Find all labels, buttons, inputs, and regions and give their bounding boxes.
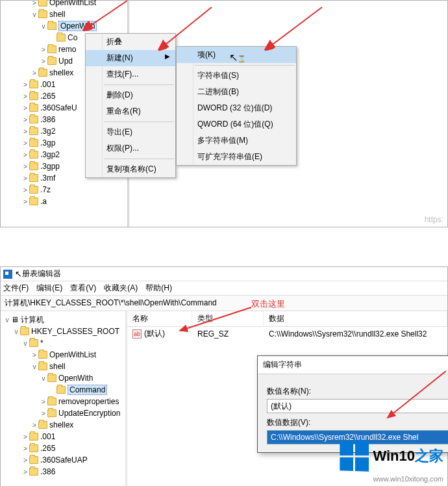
expand-icon[interactable]: > <box>40 410 47 417</box>
menu[interactable]: 查看(V) <box>70 283 96 292</box>
col-name[interactable]: 名称 <box>127 311 192 326</box>
folder-icon <box>56 386 66 394</box>
tree-label: remo <box>58 45 76 54</box>
tree-item[interactable]: vshell <box>3 8 127 20</box>
menu-item[interactable]: 导出(E) <box>86 124 175 140</box>
expand-icon[interactable]: > <box>21 468 29 476</box>
menu[interactable]: 收藏夹(A) <box>104 283 138 292</box>
tree-item[interactable]: >.001 <box>3 431 125 442</box>
dialog-title: 编辑字符串 <box>263 359 302 370</box>
expand-icon[interactable]: v <box>12 328 20 335</box>
tree-item[interactable]: >.265 <box>3 442 125 454</box>
menu-item[interactable]: 新建(N)▶ <box>86 50 175 66</box>
expand-icon[interactable]: v <box>40 23 47 30</box>
expand-icon[interactable]: > <box>21 433 29 441</box>
expand-icon[interactable]: > <box>21 93 29 100</box>
expand-icon[interactable]: > <box>21 198 29 205</box>
menu-item[interactable]: 复制项名称(C) <box>86 161 175 177</box>
tree-item[interactable]: v* <box>3 337 125 349</box>
value-name-input[interactable] <box>267 399 448 413</box>
submenu-arrow-icon: ▶ <box>165 53 170 60</box>
tree-item[interactable]: >.360SafeUAP <box>3 454 125 466</box>
tree-item[interactable]: vHKEY_CLASSES_ROOT <box>3 326 125 337</box>
expand-icon[interactable]: > <box>21 175 29 182</box>
menu[interactable]: 文件(F) <box>3 283 29 292</box>
tree-item[interactable]: v🖥计算机 <box>3 314 125 326</box>
menu-item[interactable]: DWORD (32 位)值(D) <box>177 100 296 116</box>
folder-icon <box>29 81 38 88</box>
expand-icon[interactable]: v <box>3 316 11 324</box>
expand-icon[interactable]: > <box>21 186 29 194</box>
value-name-label: 数值名称(N): <box>267 386 448 397</box>
expand-icon[interactable]: > <box>31 352 38 359</box>
tree-item[interactable]: vOpenWith <box>3 20 127 32</box>
tree-item[interactable]: >.a <box>3 196 127 207</box>
expand-icon[interactable]: > <box>21 445 29 452</box>
tree-item[interactable]: vshell <box>3 361 125 372</box>
https-text: https: <box>425 215 443 224</box>
expand-icon[interactable]: v <box>31 363 38 370</box>
value-row[interactable]: ab(默认) REG_SZ C:\\Windows\\Sysrem32\\run… <box>127 327 447 340</box>
dialog-titlebar[interactable]: 编辑字符串 ✕ <box>258 356 448 374</box>
tree-item[interactable]: >OpenWithList <box>3 349 125 361</box>
expand-icon[interactable]: > <box>40 398 47 405</box>
expand-icon[interactable]: > <box>21 116 29 123</box>
context-submenu[interactable]: 项(K)字符串值(S)二进制值(B)DWORD (32 位)值(D)QWORD … <box>176 46 297 166</box>
address-bar[interactable]: 计算机\HKEY_CLASSES_ROOT\*\shell\OpenWith\C… <box>1 296 447 311</box>
folder-icon <box>29 468 38 476</box>
tree-item[interactable]: Command <box>3 384 125 396</box>
expand-icon[interactable]: > <box>40 58 47 65</box>
folder-icon <box>29 444 38 452</box>
tree-item[interactable]: >shellex <box>3 419 125 431</box>
regedit-icon <box>3 270 12 279</box>
expand-icon[interactable]: > <box>31 422 38 429</box>
window-titlebar: ↖ 册表编辑器 <box>1 267 447 281</box>
string-value-icon: ab <box>132 329 142 339</box>
expand-icon[interactable]: > <box>31 70 38 77</box>
menu-item[interactable]: 重命名(R) <box>86 103 175 120</box>
mouse-cursor: ↖ <box>15 269 22 279</box>
expand-icon[interactable]: v <box>31 11 38 18</box>
expand-icon[interactable]: > <box>21 105 29 112</box>
folder-icon <box>47 22 56 30</box>
expand-icon[interactable]: > <box>31 0 38 6</box>
expand-icon[interactable]: > <box>21 457 29 464</box>
expand-icon[interactable]: v <box>40 375 47 382</box>
menu[interactable]: 编辑(E) <box>36 283 62 292</box>
tree-label: .a <box>40 197 47 206</box>
tree-label: .360SafeU <box>40 103 77 112</box>
tree-item[interactable]: >.7z <box>3 184 127 196</box>
mouse-cursor: ↖⌛ <box>229 51 245 64</box>
tree-item[interactable]: vOpenWith <box>3 372 125 384</box>
expand-icon[interactable]: > <box>21 163 29 170</box>
tree-item[interactable]: >.386 <box>3 466 125 478</box>
folder-icon <box>47 409 56 417</box>
tree-item[interactable]: >UpdateEncryption <box>3 407 125 419</box>
menu-item[interactable]: 查找(F)... <box>86 66 175 83</box>
context-menu[interactable]: 折叠新建(N)▶查找(F)...删除(D)重命名(R)导出(E)权限(P)...… <box>85 33 176 178</box>
menu-item[interactable]: 删除(D) <box>86 87 175 103</box>
menu[interactable]: 帮助(H) <box>145 283 172 292</box>
tree-label: .265 <box>40 444 55 453</box>
menu-item[interactable]: QWORD (64 位)值(Q) <box>177 116 296 133</box>
registry-tree[interactable]: v🖥计算机vHKEY_CLASSES_ROOTv*>OpenWithListvs… <box>1 311 127 486</box>
menu-item[interactable]: 字符串值(S) <box>177 68 296 84</box>
expand-icon[interactable]: > <box>21 140 29 147</box>
menu-item[interactable]: 二进制值(B) <box>177 84 296 100</box>
menu-item[interactable]: 权限(P)... <box>86 140 175 157</box>
folder-icon <box>38 351 47 359</box>
col-type[interactable]: 类型 <box>192 311 264 326</box>
expand-icon[interactable]: > <box>21 151 29 159</box>
expand-icon[interactable]: > <box>40 46 47 53</box>
expand-icon[interactable]: v <box>21 340 29 347</box>
expand-icon[interactable]: > <box>21 81 29 88</box>
menu-item[interactable]: 折叠 <box>86 34 175 50</box>
expand-icon[interactable]: > <box>21 128 29 135</box>
col-data[interactable]: 数据 <box>264 311 447 326</box>
menu-item[interactable]: 可扩充字符串值(E) <box>177 149 296 165</box>
computer-icon: 🖥 <box>11 315 19 324</box>
menu-item[interactable]: 多字符串值(M) <box>177 133 296 149</box>
menu-bar[interactable]: 文件(F)编辑(E)查看(V)收藏夹(A)帮助(H) <box>1 281 447 296</box>
tree-item[interactable]: >removeproperties <box>3 396 125 407</box>
tree-item[interactable]: >OpenWithList <box>3 0 127 8</box>
